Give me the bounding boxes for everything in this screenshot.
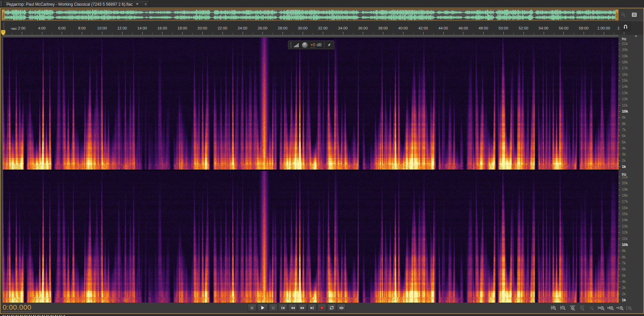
freq-tick (618, 201, 620, 202)
freq-label: 14k (622, 218, 628, 222)
freq-label: 8k (622, 255, 626, 259)
zoom-in-vertical-button[interactable] (626, 305, 633, 311)
panel-tab-bar: Редактор: Paul McCartney - Working Class… (0, 0, 644, 8)
loop-playback-button[interactable] (327, 304, 336, 312)
zoom-reset-button[interactable] (588, 305, 596, 311)
spectrogram-channel-right[interactable] (3, 171, 618, 303)
ruler-major-tick (202, 32, 203, 35)
spectrogram-channel-left[interactable] (3, 38, 618, 170)
range-handle-right[interactable] (615, 10, 618, 20)
ruler-major-tick (383, 32, 383, 35)
freq-label: 19k (622, 54, 628, 58)
rewind-button[interactable] (288, 304, 297, 312)
freq-tick (618, 183, 620, 183)
ruler-minor-tick (72, 33, 72, 35)
record-button[interactable] (317, 304, 326, 312)
hud-drag-grip[interactable] (290, 42, 292, 48)
ruler-minor-tick (554, 33, 554, 35)
ruler-minor-tick (112, 33, 112, 35)
timeline-ruler[interactable]: чмс 2:004:006:008:0010:0012:0014:0016:00… (1, 21, 643, 35)
zoom-out-button[interactable] (560, 305, 567, 311)
overview-waveform[interactable] (5, 10, 615, 20)
playhead-time-display[interactable]: 0:00.000 (3, 303, 32, 312)
freq-tick (618, 93, 620, 93)
status-bar (0, 314, 644, 316)
freq-tick (618, 148, 620, 148)
zoom-in-button[interactable] (550, 305, 558, 311)
ruler-major-tick (544, 32, 544, 35)
editor-tab[interactable]: Редактор: Paul McCartney - Working Class… (3, 0, 149, 8)
gain-value[interactable]: +0 (310, 43, 315, 48)
freq-label: 11k (622, 237, 628, 241)
snap-toggle-button[interactable] (621, 21, 630, 31)
zoom-selection-right-button[interactable] (607, 305, 614, 311)
play-button[interactable] (257, 304, 268, 312)
freq-tick (618, 99, 620, 99)
zoom-to-selection-button[interactable] (616, 305, 624, 311)
ruler-major-tick (42, 32, 42, 35)
tab-menu-chevron-icon[interactable] (136, 3, 139, 5)
freq-tick (618, 167, 620, 167)
freq-label: 17k (622, 199, 628, 203)
freq-label: 11k (622, 103, 628, 107)
range-handle-left[interactable] (2, 10, 5, 20)
skip-selection-button[interactable] (337, 304, 346, 312)
pause-button[interactable] (269, 304, 278, 312)
ruler-tick-label: 14:00 (137, 26, 147, 30)
ruler-major-tick (343, 32, 343, 35)
scale-options-chevron-icon[interactable] (635, 36, 637, 37)
freq-label: 7k (622, 261, 626, 265)
ruler-major-tick (403, 32, 403, 35)
freq-tick (618, 220, 620, 220)
zoom-in-horizontal-button[interactable] (569, 305, 577, 311)
freq-tick (618, 111, 620, 112)
pin-icon[interactable] (327, 43, 331, 47)
ruler-minor-tick (192, 33, 193, 35)
ruler-tick-label: 20:00 (198, 26, 207, 30)
ruler-tick-label: 56:00 (559, 26, 568, 30)
skip-to-start-button[interactable] (279, 304, 287, 312)
ruler-minor-tick (493, 33, 494, 35)
ruler-tick-label: 16:00 (157, 26, 167, 30)
ruler-major-tick (162, 32, 162, 35)
freq-label: 5k (622, 273, 626, 277)
zoom-controls (550, 305, 633, 311)
transport-bar: 0:00.000 (1, 303, 643, 313)
freq-label: 13k (622, 224, 628, 228)
ruler-minor-tick (313, 33, 313, 35)
zoom-out-full-icon[interactable] (619, 11, 627, 18)
freq-label: 1k (622, 165, 626, 169)
freq-unit-label: Hz (622, 37, 626, 41)
playhead-marker[interactable] (1, 30, 6, 36)
fast-forward-button[interactable] (298, 304, 307, 312)
ruler-major-tick (363, 32, 363, 35)
freq-label: 17k (622, 66, 628, 70)
freq-tick (618, 80, 620, 81)
frequency-scale[interactable]: Hz21k20k19k18k17k16k15k14k13k12k11k10k9k… (618, 35, 643, 303)
freq-tick (618, 56, 620, 56)
overview-navigator[interactable] (2, 9, 618, 20)
freq-label: 19k (622, 187, 628, 191)
zoom-out-horizontal-button[interactable] (579, 305, 586, 311)
ruler-tick-label: 1:00:00 (597, 26, 610, 30)
ruler-tick-label: 44:00 (438, 26, 448, 30)
stop-button[interactable] (248, 304, 256, 312)
panel-grip[interactable] (0, 1, 2, 6)
tab-separator (142, 2, 142, 7)
skip-to-end-button[interactable] (308, 304, 316, 312)
tab-close-icon[interactable]: × (144, 2, 147, 6)
freq-label: 18k (622, 60, 628, 64)
zoom-selection-left-button[interactable] (597, 305, 605, 311)
ruler-minor-tick (32, 33, 32, 35)
freq-tick (618, 74, 620, 75)
panel-menu-icon[interactable] (630, 11, 638, 18)
freq-tick (618, 142, 620, 142)
freq-label: 2k (622, 292, 626, 296)
gain-knob[interactable] (302, 42, 308, 48)
ruler-minor-tick (433, 33, 434, 35)
ruler-major-tick (22, 32, 22, 35)
ruler-tick-label: 50:00 (499, 26, 508, 30)
volume-hud[interactable]: +0 dB (288, 41, 334, 49)
ruler-major-tick (182, 32, 183, 35)
ruler-minor-tick (12, 33, 12, 35)
